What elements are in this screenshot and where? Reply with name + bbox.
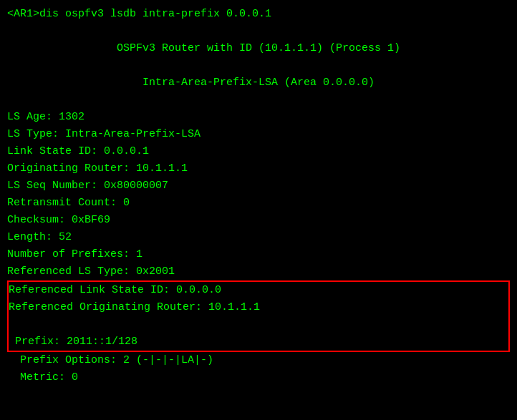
metric-line: Metric: 0: [7, 369, 510, 386]
highlighted-block: Referenced Link State ID: 0.0.0.0 Refere…: [7, 280, 510, 352]
field-8: Number of Prefixes: 1: [7, 246, 510, 263]
highlighted-field-1: Referenced Originating Router: 10.1.1.1: [9, 299, 508, 316]
subheader-line: Intra-Area-Prefix-LSA (Area 0.0.0.0): [7, 74, 510, 92]
field-7: Length: 52: [7, 229, 510, 246]
field-1: LS Type: Intra-Area-Prefix-LSA: [7, 126, 510, 143]
highlighted-field-0: Referenced Link State ID: 0.0.0.0: [9, 282, 508, 299]
field-0: LS Age: 1302: [7, 109, 510, 126]
field-9: Referenced LS Type: 0x2001: [7, 263, 510, 280]
terminal-window: <AR1>dis ospfv3 lsdb intra-prefix 0.0.0.…: [0, 0, 517, 420]
field-5: Retransmit Count: 0: [7, 195, 510, 212]
header-line: OSPFv3 Router with ID (10.1.1.1) (Proces…: [7, 40, 510, 57]
field-6: Checksum: 0xBF69: [7, 212, 510, 229]
field-4: LS Seq Number: 0x80000007: [7, 177, 510, 195]
prompt-line: <AR1>dis ospfv3 lsdb intra-prefix 0.0.0.…: [7, 6, 510, 23]
field-3: Originating Router: 10.1.1.1: [7, 160, 510, 177]
field-2: Link State ID: 0.0.0.1: [7, 143, 510, 160]
prefix-options-line: Prefix Options: 2 (-|-|-|LA|-): [7, 352, 510, 369]
prefix-line: Prefix: 2011::1/128: [9, 333, 508, 351]
